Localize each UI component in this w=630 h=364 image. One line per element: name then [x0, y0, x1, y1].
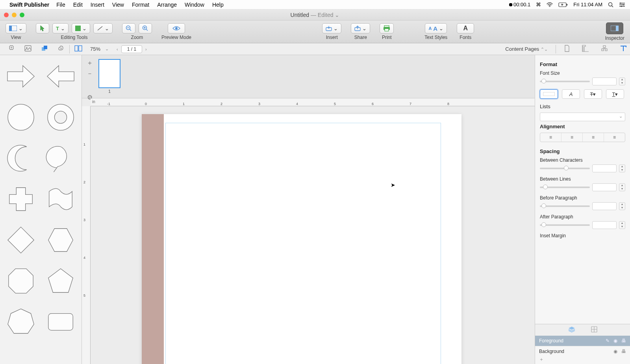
clipart-tab-icon[interactable]	[8, 45, 15, 53]
smart-shapes-tab-icon[interactable]: a	[57, 45, 65, 53]
line-spacing-stepper[interactable]: ▲▼	[619, 183, 625, 191]
align-right-button[interactable]: ≡	[583, 133, 604, 142]
page-thumbnail-1[interactable]: 1	[98, 59, 120, 94]
shape-octagon[interactable]	[3, 263, 39, 299]
canvas-background[interactable]: ➤	[91, 106, 535, 364]
menu-insert[interactable]: Insert	[91, 2, 104, 8]
inspector-toggle-button[interactable]	[606, 22, 623, 34]
before-para-slider[interactable]	[540, 205, 590, 207]
shape-rounded-rect[interactable]	[43, 304, 79, 340]
inspector-tab-appearance-icon[interactable]	[601, 45, 608, 53]
menu-edit[interactable]: Edit	[73, 2, 83, 8]
shape-arrow-right[interactable]	[3, 58, 39, 94]
print-button[interactable]	[380, 23, 394, 33]
align-center-button[interactable]: ≡	[561, 133, 583, 142]
line-spacing-field[interactable]	[592, 183, 617, 191]
menu-help[interactable]: Help	[212, 2, 224, 8]
align-justify-button[interactable]: ≡	[604, 133, 625, 142]
layer-bg-print-icon[interactable]: 🖶	[621, 349, 626, 354]
layer-fg-visibility-icon[interactable]: ◉	[613, 338, 617, 344]
after-para-field[interactable]	[592, 221, 617, 229]
shape-heptagon[interactable]	[3, 304, 39, 340]
zoom-value[interactable]: 75%	[90, 46, 102, 52]
grid-tab-icon[interactable]	[591, 326, 597, 334]
zoom-out-button[interactable]	[122, 23, 135, 33]
inspector-tab-document-icon[interactable]	[564, 45, 570, 53]
inspector-tab-geometry-icon[interactable]	[582, 45, 589, 53]
remove-page-button[interactable]: －	[87, 70, 93, 78]
font-size-stepper[interactable]: ▲▼	[619, 78, 625, 85]
pages-view-icon[interactable]	[74, 45, 82, 53]
char-spacing-stepper[interactable]: ▲▼	[619, 164, 625, 172]
shape-diamond[interactable]	[3, 222, 39, 258]
layer-fg-print-icon[interactable]: 🖶	[621, 338, 626, 344]
font-color-well[interactable]	[540, 89, 558, 99]
layers-tab-icon[interactable]	[568, 326, 575, 334]
zoom-chevron-icon[interactable]: ⌄	[105, 46, 109, 52]
minimize-window-button[interactable]	[12, 13, 17, 17]
fonts-button[interactable]: A	[457, 23, 474, 33]
lists-dropdown[interactable]	[540, 113, 625, 121]
shape-cross[interactable]	[3, 181, 39, 217]
line-tool-button[interactable]: ⌄	[93, 23, 113, 33]
menu-file[interactable]: File	[56, 2, 65, 8]
before-para-stepper[interactable]: ▲▼	[619, 202, 625, 210]
menu-window[interactable]: Window	[185, 2, 204, 8]
pointer-tool-button[interactable]	[36, 23, 49, 33]
shape-tool-button[interactable]: ⌄	[72, 23, 90, 33]
layer-row-background[interactable]: Background ◉ 🖶	[535, 346, 630, 356]
next-page-button[interactable]: ›	[145, 47, 147, 52]
char-spacing-slider[interactable]	[540, 168, 590, 169]
shape-arrow-left[interactable]	[43, 58, 79, 94]
layer-fg-edit-icon[interactable]: ✎	[606, 338, 610, 344]
preview-mode-button[interactable]	[168, 23, 185, 33]
control-center-icon[interactable]	[619, 2, 625, 7]
add-layer-button[interactable]: ＋	[539, 357, 544, 362]
wifi-icon[interactable]	[547, 2, 553, 7]
window-edited-indicator[interactable]: — Edited ⌄	[311, 12, 339, 18]
spotlight-icon[interactable]	[608, 2, 613, 7]
underline-button[interactable]: T▾	[606, 89, 624, 99]
text-styles-button[interactable]: AA⌄	[425, 23, 447, 33]
menu-extra-icon[interactable]: ⌘	[536, 2, 541, 7]
zoom-window-button[interactable]	[20, 13, 24, 17]
menu-arrange[interactable]: Arrange	[157, 2, 177, 8]
shape-hexagon[interactable]	[43, 222, 79, 258]
share-button[interactable]: ⌄	[351, 23, 370, 33]
shape-flag[interactable]	[43, 181, 79, 217]
alignment-segmented[interactable]: ≡ ≡ ≡ ≡	[540, 133, 625, 142]
line-spacing-slider[interactable]	[540, 187, 590, 188]
after-para-stepper[interactable]: ▲▼	[619, 221, 625, 229]
inspector-tab-text-icon[interactable]	[620, 45, 627, 53]
font-size-slider[interactable]	[540, 81, 590, 82]
char-spacing-field[interactable]	[592, 164, 617, 172]
layer-row-foreground[interactable]: Foreground ✎ ◉ 🖶	[535, 336, 630, 346]
shape-circle[interactable]	[3, 99, 39, 135]
layer-bg-visibility-icon[interactable]: ◉	[613, 349, 617, 354]
page-indicator[interactable]: 1 / 1	[121, 45, 142, 53]
after-para-slider[interactable]	[540, 224, 590, 226]
shape-speech-bubble[interactable]	[43, 140, 79, 176]
shape-pentagon[interactable]	[43, 263, 79, 299]
close-window-button[interactable]	[4, 13, 9, 17]
view-mode-button[interactable]: ⌄	[6, 23, 26, 33]
shapes-tab-icon[interactable]	[41, 45, 48, 53]
content-pages-dropdown[interactable]: Content Pages ⌃⌄	[505, 46, 548, 52]
zoom-in-button[interactable]	[139, 23, 152, 33]
before-para-field[interactable]	[592, 202, 617, 210]
photos-tab-icon[interactable]	[24, 45, 32, 53]
shape-crescent[interactable]	[3, 140, 39, 176]
menu-view[interactable]: View	[112, 2, 124, 8]
insert-button[interactable]: ⌄	[322, 23, 341, 33]
italic-button[interactable]: A	[562, 89, 580, 99]
strikethrough-button[interactable]: T▾	[584, 89, 602, 99]
shape-donut[interactable]	[43, 99, 79, 135]
menu-format[interactable]: Format	[132, 2, 149, 8]
font-size-field[interactable]	[592, 78, 617, 85]
prev-page-button[interactable]: ‹	[117, 47, 118, 52]
text-tool-button[interactable]: T⌄	[52, 23, 69, 33]
add-page-button[interactable]: ＋	[87, 59, 93, 67]
align-left-button[interactable]: ≡	[540, 133, 561, 142]
battery-icon[interactable]	[558, 2, 568, 7]
app-name-menu[interactable]: Swift Publisher	[9, 2, 49, 8]
